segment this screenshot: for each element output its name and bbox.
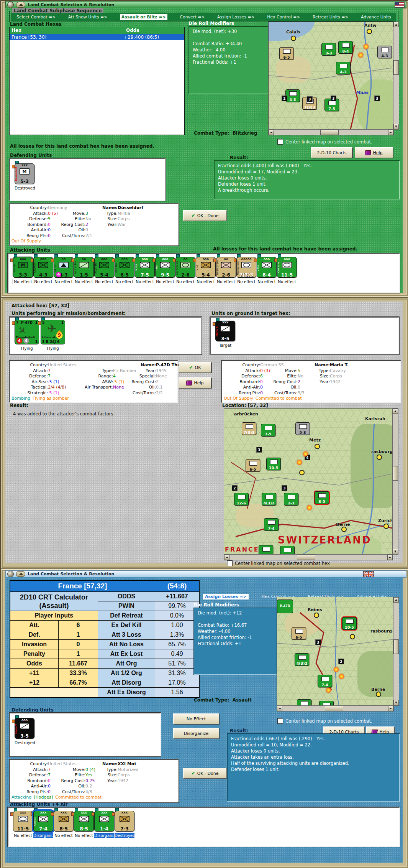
counter-body[interactable]: XX7th Mech Div2-6 bbox=[216, 257, 236, 278]
scroll-up-icon[interactable]: ▲ bbox=[393, 22, 399, 27]
air-unit-P-47D[interactable]: 7P-47D1✈Thunderbolt441Flying bbox=[15, 320, 39, 351]
map-unit-counter[interactable]: 5-3 bbox=[295, 422, 310, 435]
menu-item-assign-losses-[interactable]: Assign Losses => bbox=[203, 594, 249, 600]
minimap-bottom[interactable]: 10-56-54(3)27-45(3)21-432ReimsrasbourgBe… bbox=[277, 597, 394, 706]
disorganize-button[interactable]: Disorganize bbox=[173, 728, 219, 739]
counter-body[interactable]: XXXXXI Mot7-4 bbox=[33, 811, 53, 832]
unit-counter-maria-t-[interactable]: XXXMaria T.3-5Destroyed bbox=[15, 718, 34, 745]
menu-item-att-snow-units-[interactable]: Att Snow Units => bbox=[68, 15, 108, 20]
map-unit-counter[interactable]: 7-4 bbox=[318, 675, 332, 687]
map-unit-counter[interactable]: 6-5 bbox=[292, 627, 306, 640]
map-unit-counter[interactable]: 4-3 bbox=[336, 62, 351, 74]
counter-body[interactable]: XXXXXVIII Mot5-4 bbox=[94, 257, 114, 278]
unit-counter-i-mot[interactable]: XXXI Mot9-5No effect bbox=[155, 257, 175, 284]
map-unit-counter[interactable]: 12-6 bbox=[234, 493, 249, 506]
map-unit-counter[interactable]: 5(3)2 bbox=[297, 699, 311, 706]
map-unit-counter[interactable]: 7-5 bbox=[261, 424, 275, 436]
window-knob-icon[interactable] bbox=[7, 2, 14, 8]
counter-body[interactable]: 51✈Liber- ator93 B-24J 6 bbox=[41, 320, 65, 344]
menu-item-hex-control-[interactable]: Hex Control => bbox=[267, 15, 300, 20]
counter-body[interactable]: XXX8-5 bbox=[54, 811, 74, 832]
map-unit-counter[interactable]: 6-5 bbox=[246, 459, 260, 472]
map-unit-counter[interactable]: 3-3 bbox=[321, 43, 336, 56]
unit-counter-ix-mot[interactable]: XXXIX Mot7-5No effect bbox=[135, 257, 155, 284]
scroll-thumb[interactable] bbox=[320, 130, 339, 135]
map-unit-counter[interactable]: 4-3 bbox=[377, 46, 392, 58]
map-bottom-vscroll[interactable]: ▲ ▼ bbox=[393, 597, 399, 706]
scroll-down-icon[interactable]: ▼ bbox=[393, 124, 399, 129]
counter-body[interactable]: XXXMaria T.3-5 bbox=[15, 718, 34, 739]
center-map-checkbox-top[interactable]: Center linked map on selected combat. bbox=[277, 139, 372, 145]
menu-item-convert-[interactable]: Convert => bbox=[180, 15, 205, 20]
ok-done-button-top[interactable]: ✔OK - Done bbox=[183, 210, 227, 221]
unit-counter-1-4[interactable]: XXX1-4Disorganized bbox=[94, 811, 114, 838]
ok-done-button-bottom[interactable]: ✔OK - Done bbox=[183, 768, 227, 779]
unit-counter-xxix-arm[interactable]: XXXXXIX Arm11-5No effect bbox=[277, 257, 297, 284]
counter-body[interactable]: XXXDüsseldorfM5-3 bbox=[15, 163, 34, 184]
map-unit-counter[interactable]: 4(3)2 bbox=[262, 493, 276, 506]
scroll-thumb[interactable] bbox=[393, 60, 399, 75]
unit-counter-xxxxi-inf[interactable]: XXXXXXXI Inf4-3No effect bbox=[33, 257, 53, 284]
counter-body[interactable]: XXXV Mot8-4 bbox=[257, 257, 277, 278]
counter-body[interactable]: XXXIX Mot7-5 bbox=[135, 257, 155, 278]
map-unit-counter[interactable]: 10-5 bbox=[342, 617, 357, 630]
counter-body[interactable]: XX90 mm4-34 bbox=[54, 257, 74, 278]
unit-counter-7-3[interactable]: XXX7-3Destroyed bbox=[115, 811, 134, 838]
menu-item-select-combat-[interactable]: Select Combat => bbox=[16, 15, 56, 20]
map-bottom-hscroll[interactable]: ◄ ► bbox=[277, 705, 394, 712]
map-unit-counter[interactable]: 4(3)2 bbox=[295, 653, 309, 666]
collapse-icon[interactable] bbox=[16, 2, 25, 8]
unit-counter-xxviii-mot[interactable]: XXXXXVIII Mot5-4No effect bbox=[94, 257, 114, 284]
charts-button-top[interactable]: 2-D-10 Charts bbox=[311, 147, 352, 158]
counter-body[interactable]: XX2nd Arm Div2-6 bbox=[175, 257, 195, 278]
map-top-hscroll[interactable]: ◄ ► bbox=[268, 129, 394, 135]
unit-counter-d-sseldorf[interactable]: XXXDüsseldorfM5-3Destroyed bbox=[15, 163, 34, 190]
scroll-left-icon[interactable]: ◄ bbox=[277, 706, 282, 711]
collapse-icon[interactable] bbox=[16, 571, 25, 577]
center-map-checkbox-bottom[interactable]: Center linked map on selected combat. bbox=[277, 718, 372, 724]
counter-body[interactable]: XXX1-4 bbox=[94, 811, 114, 832]
counter-body[interactable]: 7P-47D1✈Thunderbolt441 bbox=[15, 320, 39, 344]
scroll-thumb[interactable] bbox=[393, 639, 399, 654]
help-button-middle[interactable]: Help bbox=[179, 377, 211, 388]
unit-counter-maria-t-[interactable]: XXXMaria T.3-5Target bbox=[215, 321, 235, 348]
scroll-down-icon[interactable]: ▼ bbox=[393, 700, 399, 705]
map-unit-counter[interactable]: 2-3 bbox=[284, 493, 298, 506]
counter-body[interactable]: XXXXXMontgomery7(3)3 bbox=[236, 257, 256, 278]
map-unit-counter[interactable]: 8-5 bbox=[315, 491, 329, 504]
air-unit-b24[interactable]: 51✈Liber- ator93 B-24J 6Flying bbox=[41, 320, 65, 351]
map-top-vscroll[interactable]: ▲ ▼ bbox=[393, 21, 399, 130]
unit-counter-1st-cav-div[interactable]: XX1st Cav Div1-5No effect bbox=[74, 257, 94, 284]
window-knob-icon[interactable] bbox=[7, 571, 14, 577]
map-unit-counter[interactable]: 7(3)3 bbox=[242, 422, 256, 435]
scroll-up-icon[interactable]: ▲ bbox=[393, 597, 399, 603]
counter-body[interactable]: XX1st Cav Div1-5 bbox=[74, 257, 94, 278]
scroll-right-icon[interactable]: ► bbox=[388, 706, 393, 711]
map-unit-counter[interactable]: 4-3 bbox=[285, 89, 300, 102]
menu-item-retreat-units-[interactable]: Retreat Units => bbox=[313, 15, 349, 20]
unit-counter-v-inf[interactable]: XXXV Inf5-4No effect bbox=[196, 257, 216, 284]
map-unit-counter[interactable]: 5(3)2 bbox=[259, 545, 273, 555]
center-map-checkbox-middle[interactable]: Center linked map on selected combat hex bbox=[227, 560, 330, 566]
menu-item-advance-units[interactable]: Advance Units bbox=[361, 15, 391, 20]
map-unit-counter[interactable]: 8-4 bbox=[338, 41, 353, 54]
hex-row[interactable]: France [53, 30]+29.400 (86:5) bbox=[10, 34, 184, 40]
scroll-up-icon[interactable]: ▲ bbox=[393, 408, 398, 414]
unit-counter-90-mm[interactable]: XX90 mm4-34No effect bbox=[54, 257, 74, 284]
minimap-top[interactable]: 3-38-44-34-36-54-37(3)37-52333CalaisAntw… bbox=[268, 21, 394, 130]
menu-item-assign-losses-[interactable]: Assign Losses => bbox=[217, 15, 255, 20]
scroll-thumb[interactable] bbox=[297, 555, 315, 560]
unit-counter-atlanta[interactable]: XXXAtlantaM3-3No effect bbox=[13, 257, 33, 284]
ok-button-middle[interactable]: ✔OK bbox=[179, 362, 211, 373]
map-unit-counter[interactable]: 6-5 bbox=[279, 47, 294, 60]
map-middle-vscroll[interactable]: ▲ ▼ bbox=[392, 408, 398, 555]
scroll-right-icon[interactable]: ► bbox=[388, 130, 393, 135]
help-button-top[interactable]: Help bbox=[355, 147, 393, 158]
unit-counter-2nd-arm-div[interactable]: XX2nd Arm Div2-6No effect bbox=[175, 257, 195, 284]
unit-counter-v-mot[interactable]: XXXV Mot8-4No effect bbox=[257, 257, 277, 284]
hex-column-header[interactable]: Hex bbox=[10, 27, 124, 34]
scroll-down-icon[interactable]: ▼ bbox=[393, 549, 398, 554]
menu-item-assault-or-blitz-[interactable]: Assault or Blitz => bbox=[120, 14, 167, 20]
scroll-thumb[interactable] bbox=[325, 706, 343, 711]
scroll-thumb[interactable] bbox=[393, 466, 398, 481]
